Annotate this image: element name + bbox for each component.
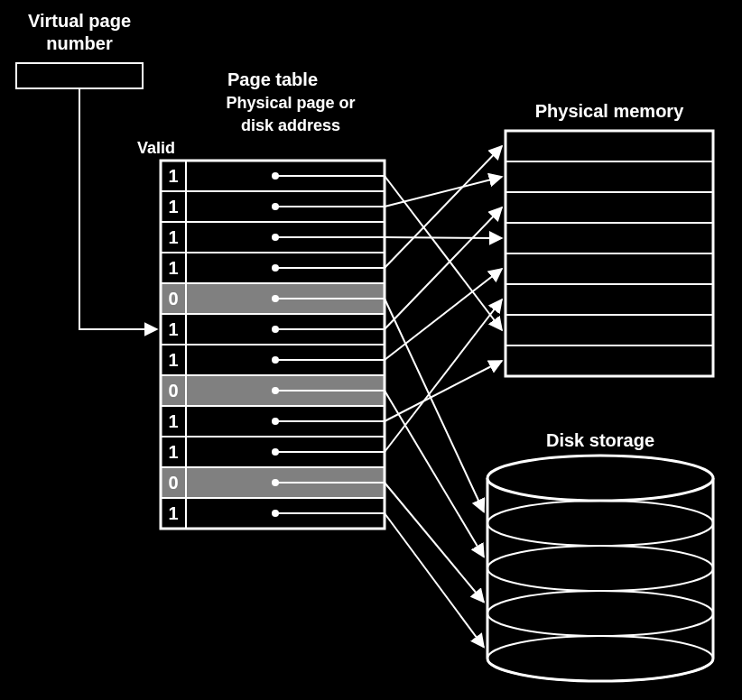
mapping-arrow	[385, 176, 502, 330]
valid-bit: 0	[168, 473, 178, 493]
valid-bit: 1	[168, 350, 178, 370]
physmem-slot	[505, 315, 713, 345]
valid-bit: 0	[168, 381, 178, 401]
mapping-arrow	[385, 177, 502, 207]
valid-bit: 1	[168, 442, 178, 462]
physmem-slot	[505, 253, 713, 284]
vpn-label-2: number	[46, 33, 113, 53]
mapping-arrow	[385, 237, 502, 238]
valid-bit: 1	[168, 197, 178, 216]
disk-label: Disk storage	[546, 430, 654, 450]
valid-label: Valid	[137, 139, 175, 157]
valid-bit: 1	[168, 411, 178, 431]
physmem-slot	[505, 223, 713, 253]
valid-bit: 1	[168, 319, 178, 339]
physmem-slot	[505, 192, 713, 223]
disk-platter	[487, 456, 713, 501]
mapping-arrow	[385, 361, 502, 421]
vpn-pointer-arrow	[79, 88, 157, 329]
mapping-arrow	[385, 207, 502, 329]
pagetable-sub2: disk address	[241, 116, 340, 134]
vpn-label-1: Virtual page	[28, 11, 131, 31]
physmem-label: Physical memory	[535, 101, 684, 121]
physmem-slot	[505, 161, 713, 192]
vpn-register	[16, 63, 143, 88]
mapping-arrow	[385, 299, 502, 452]
disk-cylinder-body	[487, 478, 713, 681]
valid-bit: 1	[168, 503, 178, 523]
mapping-arrow	[385, 269, 502, 360]
pagetable-title: Page table	[227, 69, 318, 89]
valid-bit: 0	[168, 289, 178, 309]
valid-bit: 1	[168, 258, 178, 278]
mapping-arrow	[385, 299, 484, 512]
pagetable-sub1: Physical page or	[226, 94, 355, 112]
physmem-slot	[505, 131, 713, 161]
valid-bit: 1	[168, 166, 178, 186]
physmem-slot	[505, 284, 713, 315]
valid-bit: 1	[168, 227, 178, 247]
mapping-arrow	[385, 483, 484, 603]
physmem-slot	[505, 345, 713, 376]
mapping-arrow	[385, 146, 502, 268]
